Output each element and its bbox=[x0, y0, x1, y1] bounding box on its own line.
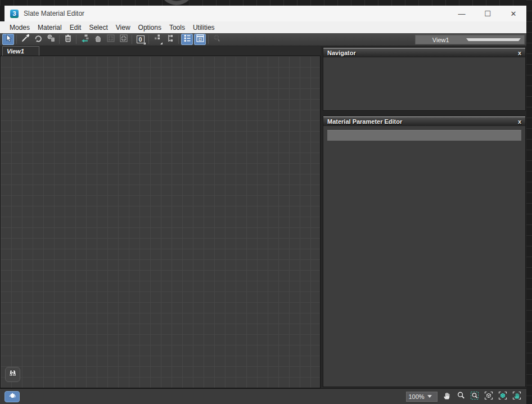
panel-splitter[interactable] bbox=[323, 111, 526, 116]
hide-unused-nodeslots-button[interactable] bbox=[92, 34, 103, 45]
toolbar: 0 bbox=[0, 33, 526, 46]
menu-options[interactable]: Options bbox=[134, 23, 165, 33]
teapot-icon bbox=[8, 392, 17, 402]
search-button[interactable] bbox=[5, 367, 20, 382]
toolbar-separator bbox=[148, 35, 149, 44]
menu-material[interactable]: Material bbox=[34, 23, 66, 33]
status-bar: 100% bbox=[0, 388, 526, 404]
toolbar-separator bbox=[16, 35, 17, 44]
view-navigation-controls: 100% bbox=[406, 392, 522, 402]
chevron-down-icon bbox=[427, 395, 432, 398]
put-material-to-scene-button[interactable] bbox=[32, 34, 44, 45]
navigator-toggle-button[interactable] bbox=[194, 34, 206, 45]
pan-to-selected-button[interactable] bbox=[512, 392, 522, 402]
zoom-level-select[interactable]: 100% bbox=[406, 392, 438, 402]
slate-material-editor-window: 3 Slate Material Editor — ☐ ✕ Modes Mate… bbox=[0, 6, 526, 404]
material-parameter-editor-close-button[interactable]: x bbox=[518, 119, 521, 124]
pick-material-from-object-button[interactable] bbox=[19, 34, 31, 45]
menu-modes[interactable]: Modes bbox=[6, 23, 34, 33]
navigator-window-icon bbox=[196, 34, 205, 45]
trash-icon bbox=[64, 34, 73, 45]
delete-selected-button[interactable] bbox=[62, 34, 74, 45]
zoom-extents-icon bbox=[484, 391, 493, 402]
assign-material-to-selection-button[interactable] bbox=[45, 34, 57, 45]
zoom-region-button[interactable] bbox=[470, 392, 480, 402]
layout-all-button[interactable] bbox=[151, 34, 163, 45]
screen: 3 Slate Material Editor — ☐ ✕ Modes Mate… bbox=[0, 0, 532, 404]
material-parameter-editor-panel: Material Parameter Editor x bbox=[323, 116, 526, 387]
toolbar-separator bbox=[59, 35, 60, 44]
active-view-selector[interactable]: View1 bbox=[415, 35, 525, 44]
flyout-corner-icon bbox=[143, 42, 146, 44]
toolbar-separator bbox=[132, 35, 132, 44]
eyedropper-icon bbox=[21, 34, 30, 45]
background-app-top-strip bbox=[0, 0, 532, 6]
select-by-material-icon bbox=[213, 34, 222, 45]
menu-bar: Modes Material Edit Select View Options … bbox=[0, 21, 526, 33]
window-title: Slate Material Editor bbox=[24, 10, 84, 17]
layout-children-button[interactable] bbox=[164, 34, 176, 45]
cursor-arrow-icon bbox=[4, 34, 13, 45]
empty-rollout-bar bbox=[327, 130, 521, 141]
view1-tab[interactable]: View1 bbox=[2, 46, 39, 56]
material-parameter-editor-header[interactable]: Material Parameter Editor x bbox=[323, 116, 525, 126]
swirl-arrow-icon bbox=[34, 34, 43, 45]
toolbar-separator bbox=[178, 35, 179, 44]
select-by-material-button bbox=[211, 34, 223, 45]
sphere-page-icon bbox=[47, 34, 56, 45]
close-button[interactable]: ✕ bbox=[501, 6, 526, 21]
maximize-button[interactable]: ☐ bbox=[475, 6, 501, 21]
navigator-close-button[interactable]: x bbox=[518, 50, 521, 56]
magnifier-icon bbox=[457, 391, 465, 402]
paint-pot-icon bbox=[93, 34, 102, 45]
side-panel-column: Navigator x Material Parameter Editor x bbox=[321, 46, 526, 388]
menu-edit[interactable]: Edit bbox=[66, 23, 85, 33]
navigator-panel-header[interactable]: Navigator x bbox=[323, 48, 525, 57]
navigator-panel-title: Navigator bbox=[327, 50, 356, 56]
view-tab-bar: View1 bbox=[0, 46, 321, 56]
main-area: View1 Navigator x bbox=[0, 46, 526, 388]
background-logo-partial bbox=[160, 0, 193, 5]
move-children-icon bbox=[80, 34, 89, 45]
show-background-button[interactable] bbox=[118, 34, 129, 45]
node-canvas[interactable] bbox=[0, 56, 321, 388]
select-tool-button[interactable] bbox=[2, 34, 14, 45]
menu-select[interactable]: Select bbox=[85, 23, 111, 33]
active-view-value: View1 bbox=[416, 37, 466, 43]
chevron-down-icon bbox=[466, 38, 521, 41]
navigator-panel-body[interactable] bbox=[323, 57, 525, 110]
toolbar-separator bbox=[76, 35, 76, 44]
window-controls: — ☐ ✕ bbox=[449, 6, 526, 21]
binoculars-icon bbox=[8, 369, 17, 380]
navigator-panel: Navigator x bbox=[323, 47, 526, 111]
zoom-extents-button[interactable] bbox=[484, 392, 494, 402]
bright-checkered-sphere-icon bbox=[119, 34, 128, 45]
move-children-button[interactable] bbox=[79, 34, 91, 45]
material-parameter-editor-body bbox=[323, 126, 525, 387]
pan-hand-icon bbox=[443, 391, 451, 402]
material-parameter-editor-toggle-button[interactable] bbox=[181, 34, 193, 45]
menu-utilities[interactable]: Utilities bbox=[189, 23, 219, 33]
pan-button[interactable] bbox=[441, 392, 452, 402]
menu-view[interactable]: View bbox=[112, 23, 134, 33]
zoom-level-value: 100% bbox=[408, 393, 424, 400]
dark-checkered-sphere-icon bbox=[106, 34, 115, 45]
backdrop-notch bbox=[0, 6, 4, 21]
minimize-button[interactable]: — bbox=[449, 6, 475, 21]
material-parameter-editor-title: Material Parameter Editor bbox=[327, 118, 402, 125]
flyout-corner-icon bbox=[160, 42, 163, 44]
view-canvas-column: View1 bbox=[0, 46, 321, 388]
pan-to-selected-icon bbox=[512, 391, 521, 402]
zoom-button[interactable] bbox=[456, 392, 466, 402]
show-background-in-preview-button[interactable] bbox=[105, 34, 116, 45]
zoom-extents-selected-icon bbox=[498, 391, 507, 402]
zoom-extents-selected-button[interactable] bbox=[498, 392, 508, 402]
background-app-right-strip bbox=[526, 0, 532, 404]
titlebar: 3 Slate Material Editor — ☐ ✕ bbox=[0, 6, 526, 21]
show-shaded-material-in-viewport-button[interactable]: 0 bbox=[134, 34, 146, 45]
render-preview-button[interactable] bbox=[4, 391, 20, 402]
layout-children-icon bbox=[166, 34, 175, 45]
menu-tools[interactable]: Tools bbox=[165, 23, 189, 33]
toolbar-separator bbox=[208, 35, 209, 44]
parameter-list-icon bbox=[183, 34, 192, 45]
